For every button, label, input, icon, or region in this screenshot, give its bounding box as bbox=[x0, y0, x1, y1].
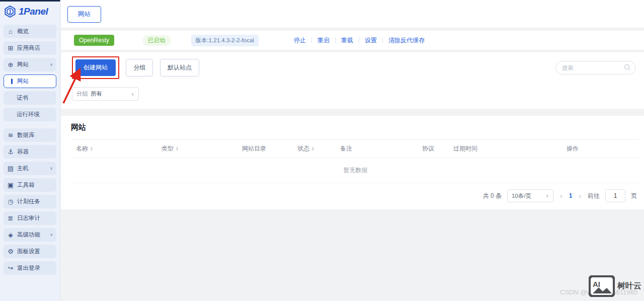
search-box bbox=[555, 61, 636, 74]
logout-icon: ↪ bbox=[7, 264, 14, 272]
1panel-logo-icon: 1 bbox=[4, 6, 16, 18]
chevron-down-icon: ∨ bbox=[545, 193, 549, 198]
openresty-status-bar: OpenResty 已启动 版本:1.21.4.3-2-2-focal 停止 重… bbox=[61, 31, 644, 50]
sidebar-item-logout[interactable]: ↪ 退出登录 bbox=[4, 261, 56, 275]
sidebar-item-toolbox[interactable]: ▣ 工具箱 bbox=[4, 178, 56, 192]
database-icon: ≋ bbox=[7, 131, 14, 139]
divider bbox=[382, 37, 383, 43]
sidebar-item-log-audit[interactable]: ≣ 日志审计 bbox=[4, 211, 56, 225]
apps-icon: ⊞ bbox=[7, 44, 14, 52]
divider bbox=[311, 37, 312, 43]
toolbar: 创建网站 分组 默认站点 分组 所有 ∨ bbox=[61, 52, 644, 109]
log-icon: ≣ bbox=[7, 214, 14, 222]
column-type[interactable]: 类型 ▲▼ bbox=[156, 144, 237, 153]
openresty-badge: OpenResty bbox=[74, 35, 114, 46]
version-badge: 版本:1.21.4.3-2-2-focal bbox=[191, 35, 259, 46]
page-title: 网站 bbox=[71, 123, 640, 132]
sidebar-item-overview[interactable]: ⌂ 概览 bbox=[4, 25, 56, 38]
status-badge: 已启动 bbox=[142, 35, 171, 46]
sort-icon[interactable]: ▲▼ bbox=[311, 146, 314, 151]
chevron-down-icon: ∨ bbox=[50, 166, 53, 171]
sidebar-item-database[interactable]: ≋ 数据库 bbox=[4, 128, 56, 142]
column-remark: 备注 bbox=[335, 144, 417, 153]
next-page-button[interactable]: › bbox=[578, 192, 582, 200]
annotation-highlight-box: 创建网站 bbox=[72, 56, 119, 79]
tab-bar: 网站 bbox=[61, 0, 644, 28]
active-indicator bbox=[11, 79, 13, 84]
chevron-down-icon: ∨ bbox=[131, 92, 134, 97]
page-size-select[interactable]: 10条/页 ∨ bbox=[507, 189, 553, 202]
sidebar-item-container[interactable]: ⚓ 容器 bbox=[4, 145, 56, 159]
sidebar-subitem-website[interactable]: 网站 bbox=[4, 74, 56, 88]
prev-page-button[interactable]: ‹ bbox=[559, 192, 564, 200]
group-filter-select[interactable]: 分组 所有 ∨ bbox=[72, 87, 139, 101]
reload-button[interactable]: 重载 bbox=[341, 36, 353, 45]
empty-state: 暂无数据 bbox=[71, 158, 640, 183]
column-status[interactable]: 状态 ▲▼ bbox=[292, 144, 335, 153]
column-protocol: 协议 bbox=[417, 144, 448, 153]
divider bbox=[359, 37, 359, 43]
goto-label: 前往 bbox=[588, 192, 600, 200]
pagination: 共 0 条 10条/页 ∨ ‹ 1 › 前往 页 bbox=[71, 189, 640, 202]
divider bbox=[335, 37, 336, 43]
sidebar-item-advanced[interactable]: ◈ 高级功能 ∨ bbox=[4, 228, 56, 242]
website-table-card: 网站 名称 ▲▼ 类型 ▲▼ 网站目录 状态 ▲▼ 备注 协议 过期时间 操作 … bbox=[61, 116, 644, 209]
search-icon bbox=[624, 64, 631, 71]
goto-suffix: 页 bbox=[631, 192, 637, 200]
toolbox-icon: ▣ bbox=[7, 181, 14, 189]
chevron-up-icon: ∧ bbox=[50, 62, 53, 67]
home-icon: ⌂ bbox=[7, 28, 14, 35]
diamond-icon: ◈ bbox=[7, 231, 14, 239]
app-logo[interactable]: 1 1Panel bbox=[0, 2, 60, 22]
settings-button[interactable]: 设置 bbox=[365, 36, 377, 45]
sort-icon[interactable]: ▲▼ bbox=[176, 146, 179, 151]
gear-icon: ⚙ bbox=[7, 248, 14, 255]
sidebar: 1 1Panel ⌂ 概览 ⊞ 应用商店 ⊕ 网站 ∧ 网站 证书 运行环境 ≋… bbox=[0, 0, 60, 301]
column-operations: 操作 bbox=[561, 144, 640, 153]
host-icon: ▤ bbox=[7, 165, 14, 172]
goto-page-input[interactable] bbox=[605, 189, 625, 202]
watermark-logo-icon: AI bbox=[589, 275, 615, 297]
clear-proxy-cache-button[interactable]: 清除反代缓存 bbox=[388, 36, 425, 45]
sidebar-item-cronjob[interactable]: ◷ 计划任务 bbox=[4, 195, 56, 208]
column-expiry: 过期时间 bbox=[448, 144, 561, 153]
total-count: 共 0 条 bbox=[483, 192, 502, 200]
sidebar-item-app-store[interactable]: ⊞ 应用商店 bbox=[4, 41, 56, 55]
globe-icon: ⊕ bbox=[7, 61, 14, 68]
container-icon: ⚓ bbox=[7, 148, 14, 156]
create-website-button[interactable]: 创建网站 bbox=[75, 59, 116, 76]
sidebar-item-website[interactable]: ⊕ 网站 ∧ bbox=[4, 58, 56, 71]
restart-button[interactable]: 重启 bbox=[317, 36, 330, 45]
app-title: 1Panel bbox=[19, 6, 48, 17]
default-site-button[interactable]: 默认站点 bbox=[160, 59, 199, 77]
svg-text:1: 1 bbox=[9, 9, 12, 15]
main-content: 网站 OpenResty 已启动 版本:1.21.4.3-2-2-focal 停… bbox=[61, 0, 644, 301]
group-button[interactable]: 分组 bbox=[126, 59, 153, 77]
sidebar-item-panel-settings[interactable]: ⚙ 面板设置 bbox=[4, 245, 56, 258]
stop-button[interactable]: 停止 bbox=[294, 36, 306, 45]
sidebar-subitem-runtime[interactable]: 运行环境 bbox=[4, 108, 56, 121]
table-header-row: 名称 ▲▼ 类型 ▲▼ 网站目录 状态 ▲▼ 备注 协议 过期时间 操作 bbox=[71, 139, 640, 158]
tab-website[interactable]: 网站 bbox=[67, 6, 101, 23]
watermark-brand-name: 树叶云 bbox=[617, 281, 641, 291]
column-name[interactable]: 名称 ▲▼ bbox=[71, 144, 156, 153]
sidebar-item-host[interactable]: ▤ 主机 ∨ bbox=[4, 162, 56, 175]
sidebar-subitem-certificates[interactable]: 证书 bbox=[4, 91, 56, 105]
sort-icon[interactable]: ▲▼ bbox=[90, 146, 93, 151]
column-directory: 网站目录 bbox=[237, 144, 292, 153]
chevron-down-icon: ∨ bbox=[50, 233, 53, 237]
current-page[interactable]: 1 bbox=[569, 192, 573, 199]
svg-text:AI: AI bbox=[593, 280, 600, 288]
schedule-icon: ◷ bbox=[7, 198, 14, 205]
